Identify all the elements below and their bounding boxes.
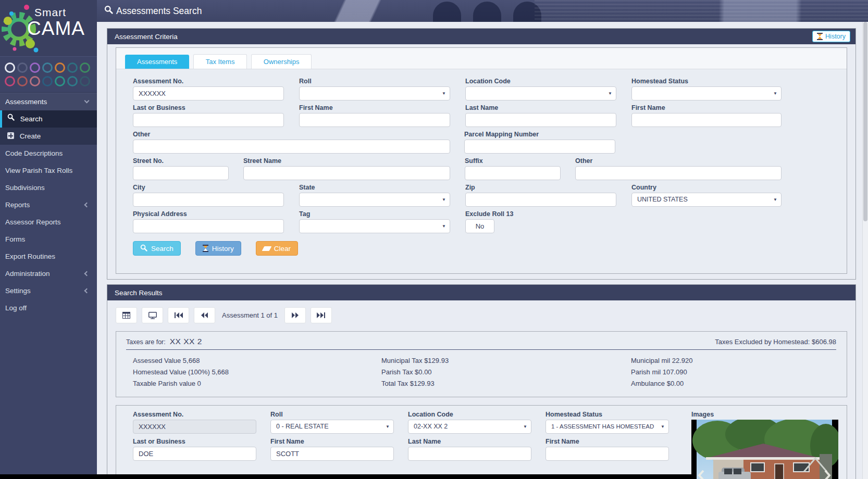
sidebar-item-administration[interactable]: Administration: [0, 265, 97, 282]
first-name-2-input[interactable]: [631, 113, 782, 127]
field-last-name: Last Name: [465, 104, 616, 127]
clear-button[interactable]: Clear: [256, 241, 298, 256]
field-suffix: Suffix: [465, 157, 561, 180]
record-field-homestead-status: Homestead Status 1 - ASSESSMENT HAS HOME…: [545, 411, 669, 434]
field-label: Assessment No.: [133, 78, 284, 85]
suffix-input[interactable]: [465, 166, 561, 180]
sidebar-item-code-descriptions[interactable]: Code Descriptions: [0, 145, 97, 162]
field-label: Roll: [270, 411, 394, 419]
clear-button-label: Clear: [274, 245, 291, 253]
sidebar-item-subdivisions[interactable]: Subdivisions: [0, 179, 97, 196]
physical-address-input[interactable]: [133, 219, 284, 233]
main-area: Assessments Search Assessment Criteria H…: [97, 0, 868, 479]
zip-input[interactable]: [465, 193, 616, 207]
history-button-header[interactable]: History: [812, 31, 850, 42]
record-field-roll: Roll 0 - REAL ESTATE▼: [270, 411, 394, 434]
field-label: Last or Business: [133, 104, 284, 112]
sidebar-item-label: Create: [20, 132, 41, 140]
chevron-left-icon: [84, 288, 90, 294]
palette-dot: [67, 62, 78, 73]
sidebar-item-assessor-reports[interactable]: Assessor Reports: [0, 213, 97, 231]
exclude-roll-13-toggle[interactable]: No: [465, 219, 494, 233]
state-select[interactable]: ▼: [299, 193, 450, 207]
parcel-mapping-number-input[interactable]: [464, 140, 615, 154]
last-record-button[interactable]: [311, 307, 332, 323]
country-select[interactable]: UNITED STATES▼: [631, 193, 782, 207]
tax-summary-header: Taxes are for: XX XX 2 Taxes Excluded by…: [126, 337, 836, 346]
sidebar-item-reports[interactable]: Reports: [0, 196, 97, 213]
location-code-select[interactable]: ▼: [465, 86, 616, 100]
tab-ownerships[interactable]: Ownerships: [251, 54, 312, 69]
sidebar-item-label: Settings: [5, 287, 31, 295]
skip-last-icon: [317, 312, 325, 318]
tab-tax-items[interactable]: Tax Items: [193, 54, 247, 69]
tax-values-column: Assessed Value 5,668 Homestead Value (10…: [133, 355, 381, 389]
last-name-input[interactable]: [465, 113, 616, 127]
app-logo: Smart CAMA: [0, 0, 97, 56]
record-first-name-2-input[interactable]: [545, 447, 669, 461]
taxes-excluded-text: Taxes Excluded by Homestead: $606.98: [202, 338, 836, 346]
record-last-or-business-input[interactable]: [133, 447, 256, 461]
sidebar-item-log-off[interactable]: Log off: [0, 299, 97, 317]
parish-tax: Parish Tax $0.00: [381, 367, 631, 378]
municipal-tax: Municipal Tax $129.93: [381, 355, 631, 367]
grid-view-button[interactable]: [116, 307, 137, 323]
history-button[interactable]: History: [195, 241, 241, 256]
assessment-criteria-header: Assessment Criteria History: [107, 29, 855, 44]
last-or-business-input[interactable]: [133, 113, 284, 127]
first-record-button[interactable]: [168, 307, 189, 323]
sidebar-item-create[interactable]: Create: [0, 128, 97, 145]
record-roll-select[interactable]: 0 - REAL ESTATE▼: [270, 420, 394, 434]
roll-select[interactable]: ▼: [299, 86, 450, 100]
photo-previous-button[interactable]: [698, 470, 705, 479]
record-location-code-select[interactable]: 02-XX XX 2▼: [408, 420, 531, 434]
criteria-form: Assessment No. Roll ▼ Location Code ▼: [116, 69, 847, 273]
taxable-parish-value: Taxable Parish value 0: [133, 378, 381, 389]
dropdown-caret-icon: ▼: [661, 420, 665, 434]
sidebar-item-forms[interactable]: Forms: [0, 231, 97, 248]
tag-select[interactable]: ▼: [299, 219, 450, 233]
hourglass-icon: [817, 33, 823, 40]
field-roll: Roll ▼: [299, 78, 450, 100]
palette-dot: [80, 76, 90, 86]
assessment-no-input[interactable]: [133, 86, 284, 100]
city-input[interactable]: [133, 193, 284, 207]
tab-assessments[interactable]: Assessments: [125, 55, 189, 69]
field-physical-address: Physical Address: [133, 210, 284, 233]
sidebar-menu: Assessments Search Create Code Descripti…: [0, 93, 97, 317]
field-street-name: Street Name: [243, 157, 450, 180]
dropdown-caret-icon: ▼: [386, 420, 390, 434]
sidebar-item-view-parish-tax-rolls[interactable]: View Parish Tax Rolls: [0, 162, 97, 179]
field-label: Street No.: [133, 157, 229, 165]
next-record-button[interactable]: [284, 307, 306, 323]
page-header: Assessments Search: [97, 0, 868, 22]
field-label: Homestead Status: [631, 78, 782, 85]
select-value: 02-XX XX 2: [414, 423, 448, 430]
search-button[interactable]: Search: [133, 241, 181, 256]
table-grid-icon: [122, 312, 130, 319]
detail-view-button[interactable]: [142, 307, 163, 323]
previous-record-button[interactable]: [194, 307, 215, 323]
record-homestead-status-select[interactable]: 1 - ASSESSMENT HAS HOMESTEAD▼: [545, 420, 669, 434]
other-2-input[interactable]: [575, 166, 782, 180]
street-no-input[interactable]: [133, 166, 229, 180]
street-name-input[interactable]: [243, 166, 450, 180]
field-label: Suffix: [465, 157, 561, 165]
first-name-input[interactable]: [299, 113, 450, 127]
palette-dot: [55, 76, 65, 86]
record-last-name-input[interactable]: [408, 447, 531, 461]
other-input[interactable]: [133, 140, 450, 154]
field-label: Location Code: [408, 411, 531, 419]
sidebar-item-assessments[interactable]: Assessments: [0, 93, 97, 110]
record-first-name-input[interactable]: [270, 447, 394, 461]
select-value: 1 - ASSESSMENT HAS HOMESTEAD: [551, 423, 654, 430]
sidebar-item-search[interactable]: Search: [0, 110, 97, 128]
homestead-status-select[interactable]: ▼: [631, 86, 782, 100]
field-assessment-no: Assessment No.: [133, 78, 284, 100]
sidebar-item-settings[interactable]: Settings: [0, 282, 97, 299]
divider: [126, 349, 836, 350]
palette-dot: [17, 62, 28, 73]
sidebar-item-export-routines[interactable]: Export Routines: [0, 248, 97, 265]
photo-next-button[interactable]: [824, 470, 831, 479]
field-label: First Name: [545, 438, 669, 446]
